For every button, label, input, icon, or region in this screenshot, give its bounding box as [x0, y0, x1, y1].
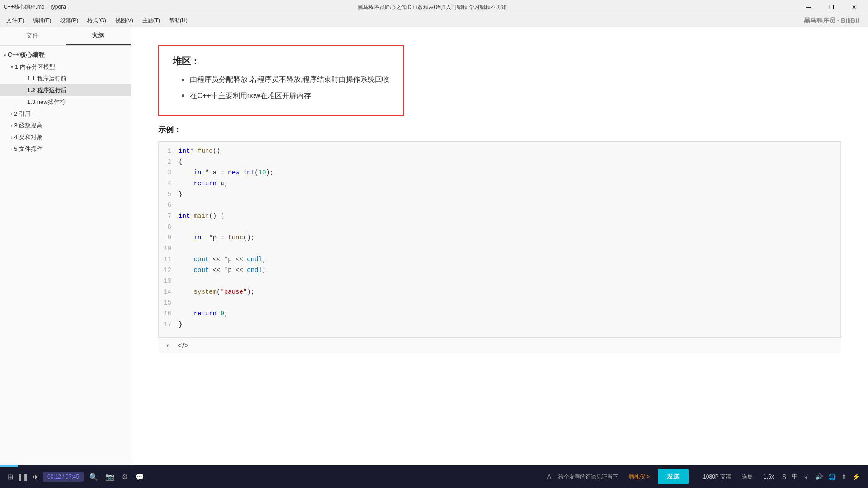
sidebar-item-functions[interactable]: › 3 函数提高: [0, 120, 131, 131]
sidebar-item-label: 1 内存分区模型: [15, 63, 55, 71]
sidebar-item-label: 4 类和对象: [14, 133, 42, 141]
menu-bar: 文件(F) 编辑(E) 段落(P) 格式(O) 视图(V) 主题(T) 帮助(H…: [0, 14, 868, 27]
arrow-icon: ▾: [11, 65, 13, 70]
sidebar-item-fileops[interactable]: › 5 文件操作: [0, 143, 131, 155]
bullet-icon: [182, 79, 184, 81]
line-code: {: [179, 158, 840, 165]
send-button[interactable]: 发送: [658, 469, 689, 484]
highlight-title: 堆区：: [173, 55, 389, 67]
line-code: return 0;: [179, 310, 840, 317]
skip-icon[interactable]: ⏭: [32, 473, 39, 481]
code-line-13: 13: [159, 277, 840, 288]
settings-icon[interactable]: ⚙: [120, 473, 130, 481]
line-number: 10: [159, 245, 179, 252]
scroll-indicator: [0, 465, 18, 467]
quality-display: 1080P 高清: [699, 473, 735, 481]
line-number: 9: [159, 234, 179, 241]
tray-icon-2[interactable]: 中: [791, 472, 799, 482]
line-number: 14: [159, 288, 179, 296]
minimize-button[interactable]: —: [798, 0, 819, 14]
sidebar-item-classes[interactable]: › 4 类和对象: [0, 131, 131, 143]
menu-format[interactable]: 格式(O): [83, 15, 110, 26]
code-line-9: 9 int *p = func();: [159, 234, 840, 245]
search-icon[interactable]: 🔍: [87, 473, 100, 481]
sidebar-item-memory[interactable]: ▾ 1 内存分区模型: [0, 61, 131, 73]
playback-icon[interactable]: ❚❚: [17, 473, 28, 481]
nav-next-button[interactable]: </>: [175, 341, 191, 351]
example-label: 示例：: [158, 125, 841, 135]
sidebar-tree: ▾ C++核心编程 ▾ 1 内存分区模型 1.1 程序运行前 1.2 程序运行后…: [0, 46, 131, 465]
line-code: int* func(): [179, 147, 840, 155]
sidebar-tabs: 文件 大纲: [0, 27, 131, 46]
line-number: 3: [159, 169, 179, 176]
sidebar-item-cpp-core[interactable]: ▾ C++核心编程: [0, 49, 131, 61]
sidebar-item-1-2[interactable]: 1.2 程序运行后: [0, 84, 131, 96]
code-line-15: 15: [159, 299, 840, 310]
line-number: 16: [159, 310, 179, 317]
code-nav: ‹ </>: [158, 338, 841, 353]
gift-label: 赠礼仪 >: [629, 474, 650, 480]
line-number: 2: [159, 158, 179, 165]
main-content: 堆区： 由程序员分配释放,若程序员不释放,程序结束时由操作系统回收 在C++中主…: [131, 27, 868, 465]
menu-file[interactable]: 文件(F): [2, 15, 28, 26]
bottom-bar: ⊞ ❚❚ ⏭ 00:12 / 07:45 🔍 📷 ⚙ 💬 A 给个友善的评论见证…: [0, 465, 868, 488]
line-code: return a;: [179, 180, 840, 187]
sidebar-item-label: 3 函数提高: [14, 122, 42, 130]
list-item-text: 在C++中主要利用new在堆区开辟内存: [190, 92, 311, 99]
line-number: 6: [159, 202, 179, 209]
code-line-4: 4 return a;: [159, 180, 840, 191]
sidebar-item-label: 1.2 程序运行后: [27, 86, 66, 94]
list-item: 在C++中主要利用new在堆区开辟内存: [182, 90, 389, 102]
tray-icon-5[interactable]: 🌐: [827, 472, 837, 481]
maximize-button[interactable]: ❐: [821, 0, 842, 14]
nav-prev-button[interactable]: ‹: [164, 341, 171, 351]
arrow-icon: ›: [11, 123, 12, 128]
gift-button[interactable]: 赠礼仪 >: [629, 473, 650, 481]
code-line-14: 14 system("pause");: [159, 288, 840, 299]
window-title: C++核心编程.md - Typora: [4, 3, 66, 11]
highlight-list: 由程序员分配释放,若程序员不释放,程序结束时由操作系统回收 在C++中主要利用n…: [173, 74, 389, 101]
menu-paragraph[interactable]: 段落(P): [56, 15, 83, 26]
line-number: 13: [159, 277, 179, 285]
menu-view[interactable]: 视图(V): [111, 15, 138, 26]
tray-icon-4[interactable]: 🔊: [814, 472, 824, 481]
mode-display: 选集: [738, 473, 756, 481]
code-line-6: 6: [159, 202, 840, 212]
list-item-text: 由程序员分配释放,若程序员不释放,程序结束时由操作系统回收: [190, 75, 389, 83]
sidebar-item-reference[interactable]: › 2 引用: [0, 108, 131, 120]
tray-icon-1[interactable]: S: [781, 472, 787, 481]
list-item: 由程序员分配释放,若程序员不释放,程序结束时由操作系统回收: [182, 74, 389, 85]
sidebar-item-label: 1.3 new操作符: [27, 98, 66, 106]
title-bar: C++核心编程.md - Typora 黑马程序员匠心之作|C++教程从0到1入…: [0, 0, 868, 14]
code-line-16: 16 return 0;: [159, 310, 840, 321]
line-number: 8: [159, 223, 179, 230]
tray-icon-3[interactable]: 🎙: [802, 472, 811, 481]
menu-theme[interactable]: 主题(T): [138, 15, 165, 26]
battery-icon[interactable]: ⚡: [851, 472, 861, 481]
close-button[interactable]: ✕: [844, 0, 864, 14]
tab-files[interactable]: 文件: [0, 27, 66, 45]
speed-display: 1.5x: [760, 474, 778, 480]
sidebar-item-label: 2 引用: [14, 110, 31, 118]
menu-edit[interactable]: 编辑(E): [28, 15, 56, 26]
highlight-box: 堆区： 由程序员分配释放,若程序员不释放,程序结束时由操作系统回收 在C++中主…: [158, 45, 404, 116]
code-line-8: 8: [159, 223, 840, 234]
line-code: cout << *p << endl;: [179, 267, 840, 274]
line-code: system("pause");: [179, 288, 840, 296]
sidebar-item-1-1[interactable]: 1.1 程序运行前: [0, 73, 131, 84]
sidebar: 文件 大纲 ▾ C++核心编程 ▾ 1 内存分区模型 1.1 程序运行前 1.2…: [0, 27, 131, 465]
line-number: 15: [159, 299, 179, 306]
camera-icon[interactable]: 📷: [104, 473, 116, 481]
code-line-11: 11 cout << *p << endl;: [159, 256, 840, 267]
line-number: 7: [159, 212, 179, 220]
progress-display: 00:12 / 07:45: [43, 472, 84, 482]
window-subtitle: 黑马程序员匠心之作|C++教程从0到1入门编程 学习编程不再难: [358, 4, 507, 10]
sidebar-item-1-3[interactable]: 1.3 new操作符: [0, 96, 131, 108]
tab-outline[interactable]: 大纲: [66, 27, 131, 45]
menu-help[interactable]: 帮助(H): [165, 15, 192, 26]
chat-icon[interactable]: 💬: [133, 473, 146, 481]
title-bar-left: C++核心编程.md - Typora: [4, 3, 66, 11]
play-icon[interactable]: ⊞: [7, 473, 13, 481]
line-number: 17: [159, 321, 179, 328]
network-icon[interactable]: ⬆: [840, 472, 848, 481]
